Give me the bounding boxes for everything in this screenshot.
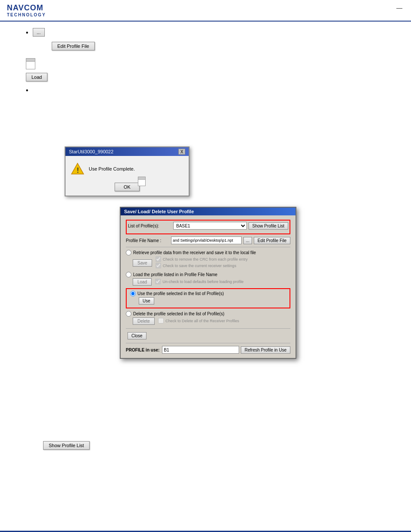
divider-2 — [126, 328, 290, 329]
uncheck-load-label: Un-check to load defaults before loading… — [162, 280, 243, 284]
profile-file-name-row: Profile File Name : ... Edit Profile Fil… — [126, 236, 290, 244]
profile-in-use-input[interactable] — [162, 346, 239, 354]
list-profiles-select[interactable]: BASE1 — [173, 222, 247, 230]
retrieve-radio[interactable] — [126, 250, 131, 255]
logo-area: NAVCOM TECHNOLOGY — [7, 3, 46, 17]
bullet-dot-2: • — [26, 87, 28, 94]
dialog-titlebar: StarUtil3000_990022 X — [65, 147, 189, 156]
profile-dialog-titlebar: Save/ Load/ Delete User Profile — [121, 208, 296, 215]
load-sub: Load Un-check to load defaults before lo… — [133, 278, 290, 286]
section-load: Load — [0, 53, 411, 84]
close-dialog-button[interactable]: Close — [128, 332, 146, 339]
list-profiles-row: List of Profile(s): BASE1 Show Profile L… — [128, 222, 288, 230]
load-radio-row: Load the profile listed in in Profile Fi… — [126, 272, 290, 277]
delete-label: Delete the profile selected in the list … — [133, 311, 224, 316]
retrieve-section: Retrieve profile data from the receiver … — [126, 250, 290, 269]
refresh-profile-button[interactable]: Refresh Profile in Use — [241, 346, 290, 354]
dialog-title: StarUtil3000_990022 — [69, 149, 113, 154]
edit-profile-file-button[interactable]: Edit Profile File — [52, 42, 95, 50]
svg-text:!: ! — [77, 167, 79, 174]
delete-button[interactable]: Delete — [133, 317, 155, 325]
save-button[interactable]: Save — [133, 259, 152, 267]
profile-edit-file-button[interactable]: Edit Profile File — [254, 237, 290, 244]
retrieve-sub: Save Check to remove the CRC from each p… — [133, 256, 290, 269]
check-remove-crc-label: Check to remove the CRC from each profil… — [163, 257, 248, 261]
check-save-current[interactable] — [156, 263, 161, 268]
delete-radio-row: Delete the profile selected in the list … — [126, 311, 290, 317]
dialog-body: ! Use Profile Complete. — [65, 156, 189, 180]
notepad-icon — [26, 58, 35, 69]
check-delete-all[interactable] — [158, 318, 164, 324]
logo-tech: TECHNOLOGY — [7, 12, 46, 17]
delete-radio[interactable] — [126, 311, 131, 317]
show-profile-list-footer-button[interactable]: Show Profile List — [43, 441, 90, 450]
use-radio-row: Use the profile selected in the list of … — [130, 291, 286, 296]
save-load-delete-dialog: Save/ Load/ Delete User Profile List of … — [120, 207, 296, 359]
check-remove-crc[interactable] — [156, 256, 161, 262]
dialog-close-button[interactable]: X — [178, 149, 185, 155]
load-button[interactable]: Load — [26, 73, 47, 81]
show-profile-list-button[interactable]: Show Profile List — [249, 222, 288, 230]
browse-button[interactable]: ... — [33, 28, 45, 37]
delete-all-row: Check to Delete all of the Receiver Prof… — [158, 318, 239, 324]
delete-sub: Delete Check to Delete all of the Receiv… — [133, 317, 290, 325]
profile-dialog-title: Save/ Load/ Delete User Profile — [124, 209, 194, 214]
list-profiles-section: List of Profile(s): BASE1 Show Profile L… — [126, 220, 290, 234]
minimize-button[interactable]: — — [396, 4, 402, 11]
bullet-dot: • — [26, 29, 28, 37]
delete-section: Delete the profile selected in the list … — [126, 311, 290, 325]
retrieve-radio-row: Retrieve profile data from the receiver … — [126, 250, 290, 255]
load-profile-button[interactable]: Load — [133, 278, 152, 286]
divider-1 — [126, 247, 290, 247]
use-button[interactable]: Use — [139, 297, 154, 305]
check-save-current-row: Check to save the current receiver setti… — [156, 263, 248, 268]
bullet-browse: • ... — [26, 28, 385, 37]
load-radio[interactable] — [126, 272, 131, 277]
divider-3 — [126, 343, 290, 343]
check-delete-all-label: Check to Delete all of the Receiver Prof… — [165, 319, 239, 323]
use-label: Use the profile selected in the list of … — [137, 291, 224, 296]
profile-dialog-body: List of Profile(s): BASE1 Show Profile L… — [121, 215, 296, 358]
dialog-message: Use Profile Complete. — [89, 166, 135, 171]
logo-navcom: NAVCOM — [7, 3, 44, 12]
section-dialog-area: • — [0, 84, 411, 102]
profile-in-use-label: PROFILE in use: — [126, 348, 159, 352]
profile-file-name-input[interactable] — [171, 236, 242, 244]
load-label: Load the profile listed in in Profile Fi… — [133, 272, 218, 277]
uncheck-load-row: Un-check to load defaults before loading… — [155, 279, 243, 284]
uncheck-load-defaults[interactable] — [155, 279, 161, 284]
bullet-use-profile: • — [26, 86, 385, 94]
profile-browse-button[interactable]: ... — [243, 237, 252, 244]
list-profiles-label: List of Profile(s): — [128, 224, 173, 228]
profile-file-name-label: Profile File Name : — [126, 238, 171, 243]
retrieve-label: Retrieve profile data from the receiver … — [133, 250, 256, 255]
load-section: Load the profile listed in in Profile Fi… — [126, 272, 290, 286]
use-sub: Use — [137, 297, 286, 305]
use-radio[interactable] — [130, 291, 136, 296]
notepad-icon-small — [138, 177, 146, 186]
section-browse: • ... Edit Profile File — [0, 22, 411, 53]
use-profile-dialog: StarUtil3000_990022 X ! Use Profile Comp… — [65, 146, 190, 196]
check-remove-crc-row: Check to remove the CRC from each profil… — [156, 256, 248, 262]
warning-icon: ! — [71, 162, 84, 176]
header: NAVCOM TECHNOLOGY — — [0, 0, 411, 22]
profile-in-use-row: PROFILE in use: Refresh Profile in Use — [126, 346, 290, 354]
dialog-ok-button[interactable]: OK — [115, 183, 140, 191]
dialog-box: StarUtil3000_990022 X ! Use Profile Comp… — [65, 146, 190, 196]
check-save-current-label: Check to save the current receiver setti… — [163, 264, 237, 268]
dialog-footer: OK — [65, 180, 189, 196]
use-section: Use the profile selected in the list of … — [126, 288, 290, 308]
close-row: Close — [126, 332, 290, 339]
footer-show-profile: Show Profile List — [43, 441, 90, 450]
